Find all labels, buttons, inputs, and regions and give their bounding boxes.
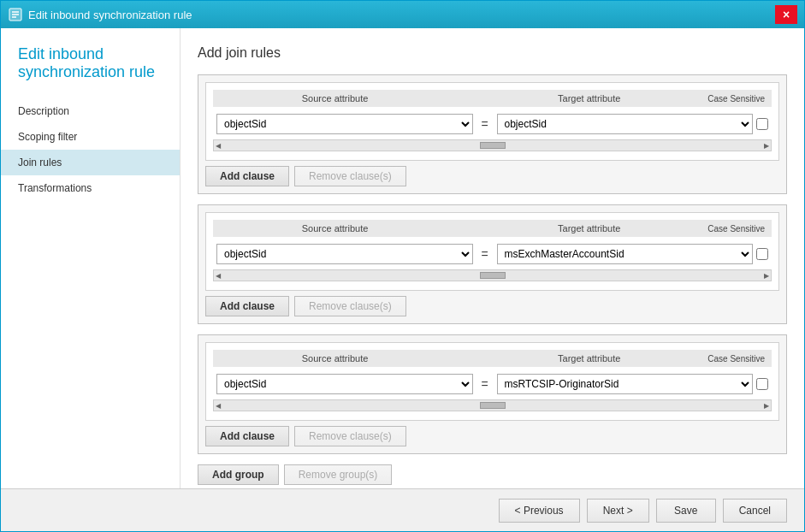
group-buttons: Add group Remove group(s) [198,464,787,485]
previous-button[interactable]: < Previous [499,499,580,523]
source-attr-label-3: Source attribute [220,353,450,364]
target-attr-label-2: Target attribute [474,223,704,233]
target-attr-label-3: Target attribute [474,353,704,364]
rule-header-3: Source attribute Target attribute Case S… [213,350,772,367]
rule-header-2: Source attribute Target attribute Case S… [213,220,772,237]
clause-buttons-1: Add clause Remove clause(s) [205,166,779,186]
page-title: Edit inbound synchronization rule [1,45,180,98]
case-sensitive-label-3: Case Sensitive [707,354,765,364]
main-window: Edit inbound synchronization rule × Edit… [0,0,805,532]
nav-item-scoping-filter[interactable]: Scoping filter [1,124,180,150]
add-clause-2[interactable]: Add clause [205,296,289,316]
join-group-1: Source attribute Target attribute Case S… [198,74,787,194]
rule-header-1: Source attribute Target attribute Case S… [213,90,772,107]
nav-item-transformations[interactable]: Transformations [1,175,180,201]
scroll-bar-1[interactable]: ◀ ▶ [213,139,772,151]
target-select-2[interactable]: msExchMasterAccountSid [497,244,754,264]
clause-buttons-2: Add clause Remove clause(s) [205,296,779,316]
nav-item-description[interactable]: Description [1,98,180,124]
target-attr-label-1: Target attribute [474,93,704,103]
clause-buttons-3: Add clause Remove clause(s) [205,426,779,446]
equals-3: = [476,377,494,391]
scroll-bar-2[interactable]: ◀ ▶ [213,269,772,281]
source-attr-label-1: Source attribute [220,93,450,103]
rule-row-3: Source attribute Target attribute Case S… [205,342,779,421]
target-select-3[interactable]: msRTCSIP-OriginatorSid [497,374,754,394]
scroll-right-2[interactable]: ▶ [764,272,769,280]
save-button[interactable]: Save [656,499,716,523]
title-bar-left: Edit inbound synchronization rule [8,7,192,22]
window-title: Edit inbound synchronization rule [28,9,192,21]
title-bar: Edit inbound synchronization rule × [1,1,804,28]
footer: < Previous Next > Save Cancel [1,488,804,531]
rule-row-2: Source attribute Target attribute Case S… [205,212,779,291]
source-select-2[interactable]: objectSid [216,244,473,264]
content-area: Edit inbound synchronization rule Descri… [1,28,804,488]
add-clause-3[interactable]: Add clause [205,426,289,446]
equals-2: = [476,247,494,261]
section-title: Add join rules [198,45,787,61]
add-clause-1[interactable]: Add clause [205,166,289,186]
rule-row-1: Source attribute Target attribute Case S… [205,82,779,161]
remove-clause-1[interactable]: Remove clause(s) [294,166,406,186]
close-button[interactable]: × [775,5,797,24]
source-select-1[interactable]: objectSid [216,114,473,134]
case-checkbox-cell-3 [756,378,768,390]
case-checkbox-cell-2 [756,248,768,260]
remove-group-button[interactable]: Remove group(s) [284,464,393,485]
source-attr-label-2: Source attribute [220,223,450,233]
target-select-1[interactable]: objectSid [497,114,754,134]
add-group-button[interactable]: Add group [198,464,279,485]
main-panel: Add join rules Source attribute Target a… [181,28,804,488]
case-checkbox-3[interactable] [756,378,768,390]
source-select-3[interactable]: objectSid [216,374,473,394]
remove-clause-2[interactable]: Remove clause(s) [294,296,406,316]
case-checkbox-2[interactable] [756,248,768,260]
next-button[interactable]: Next > [587,499,649,523]
join-group-3: Source attribute Target attribute Case S… [198,334,787,454]
nav-item-join-rules[interactable]: Join rules [1,150,180,175]
join-group-2: Source attribute Target attribute Case S… [198,204,787,324]
cancel-button[interactable]: Cancel [723,499,787,523]
case-sensitive-label-1: Case Sensitive [707,94,765,103]
app-icon [8,7,23,22]
remove-clause-3[interactable]: Remove clause(s) [294,426,406,446]
equals-1: = [476,117,494,131]
rule-inputs-3: objectSid = msRTCSIP-OriginatorSid [213,370,772,398]
left-panel: Edit inbound synchronization rule Descri… [1,28,181,488]
scroll-right-3[interactable]: ▶ [764,402,769,410]
case-sensitive-label-2: Case Sensitive [707,224,765,233]
case-checkbox-1[interactable] [756,118,768,130]
rule-inputs-2: objectSid = msExchMasterAccountSid [213,240,772,268]
rule-inputs-1: objectSid = objectSid [213,110,772,138]
case-checkbox-cell-1 [756,118,768,130]
scroll-bar-3[interactable]: ◀ ▶ [213,399,772,411]
scroll-right-1[interactable]: ▶ [764,142,769,150]
